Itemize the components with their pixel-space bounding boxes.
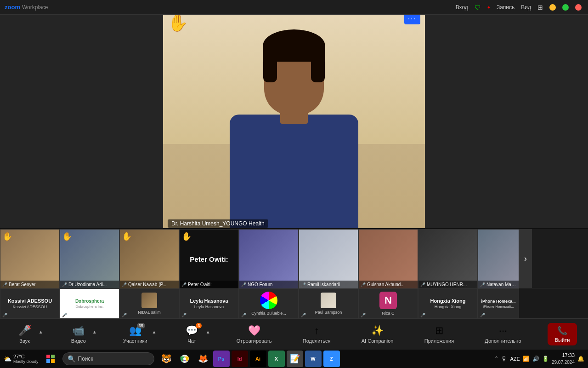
taskbar-ai-icon[interactable]: Ai: [250, 351, 266, 367]
nc-leyla[interactable]: Leyla Hasanova Leyla Hasanova 🎤: [179, 288, 239, 319]
share-btn[interactable]: ↑ Поделиться: [298, 322, 335, 346]
record-btn[interactable]: Запись: [497, 4, 514, 11]
chat-arrow[interactable]: ▲: [206, 329, 210, 334]
participants-btn[interactable]: 👥 35 Участники: [119, 322, 152, 346]
nc-hongxia[interactable]: Hongxia Xiong Hongxia Xiong 🎤: [418, 288, 478, 319]
clock-widget[interactable]: 17:33 29.07.2024: [552, 352, 575, 365]
leave-icon: 📞: [557, 326, 567, 336]
more-btn[interactable]: ··· Дополнительно: [480, 322, 526, 346]
taskbar-ps-icon[interactable]: Ps: [213, 351, 230, 367]
nc-dobrosphera-name: Dobrosphera: [74, 299, 106, 304]
participant-gulshan[interactable]: 🎤 Gulshan Akhund...: [358, 229, 418, 289]
taskbar-id-icon[interactable]: Id: [232, 351, 248, 367]
apps-btn[interactable]: ⊞ Приложения: [420, 322, 458, 346]
start-button[interactable]: [40, 350, 61, 368]
nc-mic-dobrosphera: 🎤: [62, 313, 67, 317]
leave-btn[interactable]: 📞 Выйти: [548, 323, 577, 345]
mic-icon-p5: 🎤: [241, 282, 246, 287]
participants-arrow[interactable]: ▲: [152, 329, 157, 334]
wifi-icon[interactable]: 📶: [523, 356, 530, 362]
taskbar-notes-icon[interactable]: 📝: [287, 351, 303, 367]
tray-mic-icon[interactable]: 🎙: [501, 355, 508, 362]
participant-qaiser[interactable]: ✋ 🎤 Qaiser Nawab (P...: [119, 229, 179, 289]
taskbar-chrome-icon[interactable]: [176, 351, 193, 367]
nc-iphone-name: iPhone Homexa...: [480, 299, 516, 304]
mic-icon-p7: 🎤: [361, 282, 366, 287]
audio-arrow[interactable]: ▲: [39, 329, 43, 334]
more-options-btn[interactable]: ···: [404, 15, 420, 24]
nc-leyla-sub: Leyla Hasanova: [194, 305, 224, 309]
react-btn[interactable]: 🩷 Отреагировать: [232, 322, 277, 346]
ai-companion-btn[interactable]: ✨ AI Companion: [357, 322, 398, 346]
tray-up-arrow[interactable]: ⌃: [494, 356, 498, 362]
windows-logo-icon: [46, 355, 55, 363]
hand-icon-p1: ✋: [2, 231, 12, 242]
notification-icon[interactable]: 🔔: [577, 356, 584, 362]
nc-nica[interactable]: N Nica C 🎤: [358, 288, 418, 319]
participant-ngo[interactable]: 🎤 NGO Forum: [239, 229, 299, 289]
participants-strip: ✋ 🎤 Berat Senyerli ✋ 🎤 Dr Uzodinma Adi..…: [0, 228, 588, 288]
nc-mic-iphone: 🎤: [480, 313, 485, 317]
audio-btn[interactable]: 🎤 ✕ Звук: [11, 322, 39, 346]
mic-icon-p6: 🎤: [301, 282, 306, 287]
apps-label: Приложения: [424, 338, 454, 344]
taskbar-zoom-icon[interactable]: Z: [323, 351, 340, 367]
participant-berat[interactable]: ✋ 🎤 Berat Senyerli: [0, 229, 60, 289]
strip-next-btn[interactable]: ›: [519, 229, 532, 288]
taskbar-word-icon[interactable]: W: [305, 351, 322, 367]
nc-iphone[interactable]: iPhone Homexa... iPhone Homexati... 🎤: [478, 288, 519, 319]
view-btn[interactable]: Вид: [521, 4, 531, 11]
main-video-area: ✋ ··· Dr. Harshita Umesh_YOUNGO Health: [0, 15, 588, 228]
participant-uzodinma[interactable]: ✋ 🎤 Dr Uzodinma Adi...: [60, 229, 119, 289]
signin-btn[interactable]: Вход: [456, 4, 468, 11]
nc-mic-nidal: 🎤: [122, 313, 127, 317]
name-p2: Dr Uzodinma Adi...: [68, 282, 107, 287]
video-icon: 📹: [72, 325, 85, 337]
nc-cynthia[interactable]: Cynthia Buluebie... 🎤: [239, 288, 299, 319]
speaker-name-label: Dr. Harshita Umesh_YOUNGO Health: [168, 219, 268, 228]
shield-icon: 🛡: [475, 4, 481, 11]
weather-widget[interactable]: ⛅ 27°C Mostly cloudy: [0, 354, 39, 364]
nc-mic-hongxia: 🎤: [420, 313, 425, 317]
participant-muyingo[interactable]: 🎤 MUYINGO HENR...: [418, 229, 478, 289]
nc-paul-avatar: [321, 293, 336, 308]
name-row: Kossivi ADESSOU 🎤 Kossivi ADESSOU Dobros…: [0, 288, 588, 318]
chat-icon: 💬 3: [186, 325, 198, 337]
name-p1: Berat Senyerli: [9, 282, 38, 287]
participant-peter[interactable]: Peter Owiti: ✋ 🎤 Peter Owiti:: [179, 229, 239, 289]
nc-kossivi-name: Kossivi ADESSOU: [8, 298, 52, 304]
video-label: Видео: [71, 338, 86, 344]
minimize-btn[interactable]: [549, 4, 556, 11]
svg-rect-1: [51, 355, 55, 358]
nc-kossivi[interactable]: Kossivi ADESSOU 🎤 Kossivi ADESSOU: [0, 288, 60, 319]
taskbar-excel-icon[interactable]: X: [268, 351, 285, 367]
chat-btn[interactable]: 💬 3 Чат: [178, 322, 206, 346]
mic-icon-p4: 🎤: [181, 282, 187, 287]
audio-group: 🎤 ✕ Звук ▲: [11, 322, 43, 346]
participants-label: Участники: [123, 338, 147, 344]
grid-icon: ⊞: [537, 4, 543, 11]
search-label: Поиск: [78, 356, 93, 362]
svg-rect-2: [46, 359, 50, 363]
participant-ramil[interactable]: 🎤 Ramil Iskandarli: [299, 229, 358, 289]
maximize-btn[interactable]: [562, 4, 569, 11]
video-arrow[interactable]: ▲: [92, 329, 97, 334]
nc-nidal[interactable]: NIDAL salim 🎤: [119, 288, 179, 319]
taskbar-firefox-icon[interactable]: 🦊: [195, 351, 211, 367]
taskbar-tiger-icon[interactable]: 🐯: [158, 351, 175, 367]
close-btn[interactable]: [575, 4, 582, 11]
nc-dobrosphera-sub: Dobrosphera Inc.: [75, 305, 103, 309]
workplace-label: Workplace: [22, 4, 48, 11]
battery-icon[interactable]: 🔋: [542, 356, 549, 362]
participants-icon: 👥 35: [129, 325, 141, 337]
nc-mic-nica: 🎤: [361, 313, 366, 317]
nc-paul[interactable]: Paul Sampson 🎤: [299, 288, 358, 319]
search-box[interactable]: 🔍 Поиск: [62, 352, 154, 365]
svg-rect-3: [51, 359, 55, 363]
volume-icon[interactable]: 🔊: [532, 356, 539, 362]
participant-natavan[interactable]: 🎤 Natavan Mamm...: [478, 229, 519, 289]
zoom-toolbar: 🎤 ✕ Звук ▲ 📹 Видео ▲ 👥: [0, 318, 588, 350]
nc-mic-paul: 🎤: [301, 313, 306, 317]
video-btn[interactable]: 📹 Видео: [65, 322, 92, 346]
nc-dobrosphera[interactable]: Dobrosphera Dobrosphera Inc. 🎤: [60, 288, 119, 319]
